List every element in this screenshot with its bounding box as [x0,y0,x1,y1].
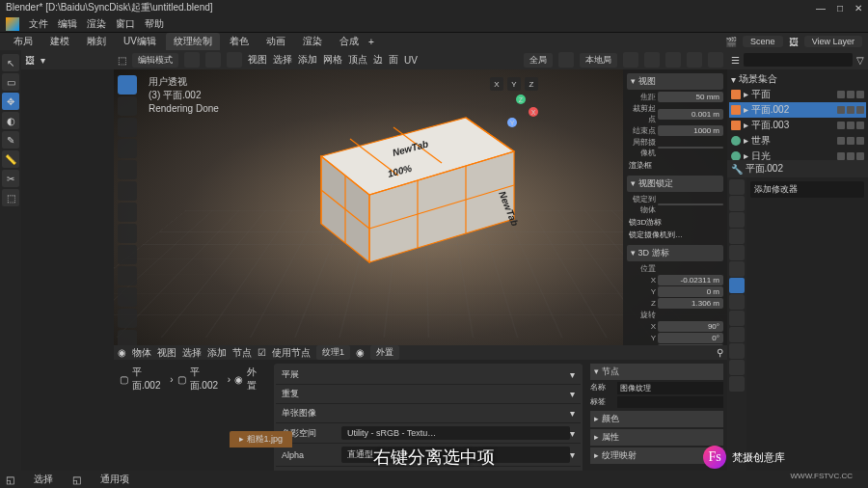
menu-file[interactable]: 文件 [29,17,48,31]
axis-x[interactable]: X [490,77,503,91]
vtool-move-icon[interactable] [118,118,137,137]
vtool-extrude-icon[interactable] [118,266,137,285]
tool-select-icon[interactable]: ▭ [2,73,19,91]
vp-menu-vertex[interactable]: 顶点 [348,53,367,67]
ptab-particles-icon[interactable] [729,294,745,310]
cursor-y-field[interactable]: 0 m [658,286,723,297]
tool-annotate-icon[interactable]: ✎ [2,131,19,149]
cursor-rz-field[interactable]: 90° [658,344,723,345]
colorspace-selector[interactable]: Utility - sRGB - Textu… [341,426,570,440]
vp-menu-uv[interactable]: UV [404,55,418,66]
focal-field[interactable]: 50 mm [658,92,723,102]
ptab-data-icon[interactable] [729,343,745,359]
nh-add[interactable]: 添加 [207,346,227,360]
tool-measure-icon[interactable]: 📏 [2,150,19,168]
vp-menu-mesh[interactable]: 网格 [323,53,342,67]
outliner-item[interactable]: ▸ 日光 [729,149,866,160]
node-name-field[interactable]: 图像纹理 [617,382,723,394]
vtool-transform-icon[interactable] [118,181,137,201]
menu-render[interactable]: 渲染 [87,17,106,31]
select-vertex-icon[interactable] [184,52,200,68]
vp-menu-add[interactable]: 添加 [298,53,317,67]
vtool-rotate-icon[interactable] [118,139,137,158]
vtool-loopcut-icon[interactable] [118,330,137,345]
node-editor-icon[interactable]: ◉ [118,347,126,358]
pivot-icon[interactable] [558,52,574,68]
add-modifier-button[interactable]: 添加修改器 [750,181,864,198]
cursor-x-field[interactable]: -0.02311 m [658,275,723,285]
material-slot[interactable]: 外置 [370,345,399,360]
outliner-item[interactable]: ▸ 世界 [729,133,866,149]
vtool-cursor-icon[interactable] [118,96,137,116]
clip-end-field[interactable]: 1000 m [658,125,723,136]
ptab-material-icon[interactable] [729,360,745,375]
ptab-texture-icon[interactable] [729,376,745,392]
side-node-header[interactable]: ▾ 节点 [590,364,723,380]
ptab-object-icon[interactable] [729,261,745,277]
ptab-physics-icon[interactable] [729,311,745,326]
npanel-cursor-header[interactable]: ▾ 3D 游标 [627,245,723,261]
npanel-lock-header[interactable]: ▾ 视图锁定 [627,176,723,192]
ptab-viewlayer-icon[interactable] [729,212,745,228]
add-tab-icon[interactable]: + [368,37,374,47]
vp-menu-edge[interactable]: 边 [373,53,383,67]
axis-z[interactable]: Z [525,77,538,91]
npanel-view-header[interactable]: ▾ 视图 [627,73,723,90]
tab-sculpt[interactable]: 雕刻 [79,33,114,50]
outliner-icon[interactable]: ☰ [731,55,740,66]
nh-node[interactable]: 节点 [232,346,252,360]
tab-anim[interactable]: 动画 [258,33,293,50]
tab-layout[interactable]: 布局 [6,33,41,50]
lock-camera-check[interactable]: 锁定摄像机到… [627,229,723,241]
cursor-rx-field[interactable]: 90° [658,321,723,332]
menu-edit[interactable]: 编辑 [58,17,77,31]
mode-selector[interactable]: 编辑模式 [132,53,178,68]
tool-extrude-icon[interactable]: ⬚ [2,189,19,206]
vtool-measure-icon[interactable] [118,224,137,243]
ptab-world-icon[interactable] [729,245,745,260]
pin-icon[interactable]: ⚲ [717,347,723,358]
cursor-z-field[interactable]: 1.306 m [658,298,723,309]
snap-icon[interactable] [623,52,638,68]
outliner-item[interactable]: ▸ 平面.003 [729,118,866,133]
vtool-scale-icon[interactable] [118,160,137,179]
ptab-modifier-icon[interactable] [729,278,745,293]
tool-cut-icon[interactable]: ✂ [2,170,19,187]
uv-dropdown[interactable]: ▾ [41,55,45,66]
viewlayer-selector[interactable]: View Layer [804,36,862,47]
close-icon[interactable]: ✕ [854,3,862,14]
image-file-tab[interactable]: ▸ 粗糙1.jpg [230,431,292,447]
select-face-icon[interactable] [227,52,242,68]
select-edge-icon[interactable] [205,52,221,68]
editor-type-icon[interactable]: ⬚ [118,55,126,66]
use-nodes-check[interactable]: 使用节点 [272,346,311,360]
local-cam-field[interactable] [658,147,723,149]
node-label-field[interactable] [617,396,723,408]
axis-y[interactable]: Y [507,77,521,91]
ptab-render-icon[interactable] [729,179,745,195]
ptab-output-icon[interactable] [729,196,745,211]
3d-viewport[interactable]: 用户透视 (3) 平面.002 Rendering Done [114,69,727,345]
outliner-search-input[interactable] [744,53,853,67]
shading-matprev-icon[interactable] [687,52,702,68]
menu-help[interactable]: 帮助 [145,17,164,31]
vtool-annotate-icon[interactable] [118,203,137,222]
side-attr-header[interactable]: ▸ 属性 [590,429,723,446]
image-texture-node[interactable]: 平展▾ 重复▾ 单张图像▾ 色彩空间Utility - sRGB - Textu… [274,364,583,488]
vtool-bevel-icon[interactable] [118,309,137,328]
tool-transform-icon[interactable]: ✥ [2,93,19,110]
tab-uv[interactable]: UV编辑 [116,33,164,50]
filter-icon[interactable]: ▽ [856,55,864,66]
side-color-header[interactable]: ▸ 颜色 [590,411,723,427]
outliner-root[interactable]: ▾场景集合 [729,71,866,87]
vtool-addcube-icon[interactable] [118,245,137,264]
shading-solid-icon[interactable] [665,52,681,68]
tool-deform-icon[interactable]: ◐ [2,112,19,129]
maximize-icon[interactable]: □ [837,3,843,14]
nh-view[interactable]: 视图 [157,346,176,360]
lock-obj-field[interactable] [658,203,723,205]
cursor-ry-field[interactable]: 0° [658,333,723,343]
lock-3dcursor-check[interactable]: 锁3D游标 [627,216,723,229]
render-border-check[interactable]: 渲染框 [627,159,723,172]
nh-object[interactable]: 物体 [132,346,151,360]
